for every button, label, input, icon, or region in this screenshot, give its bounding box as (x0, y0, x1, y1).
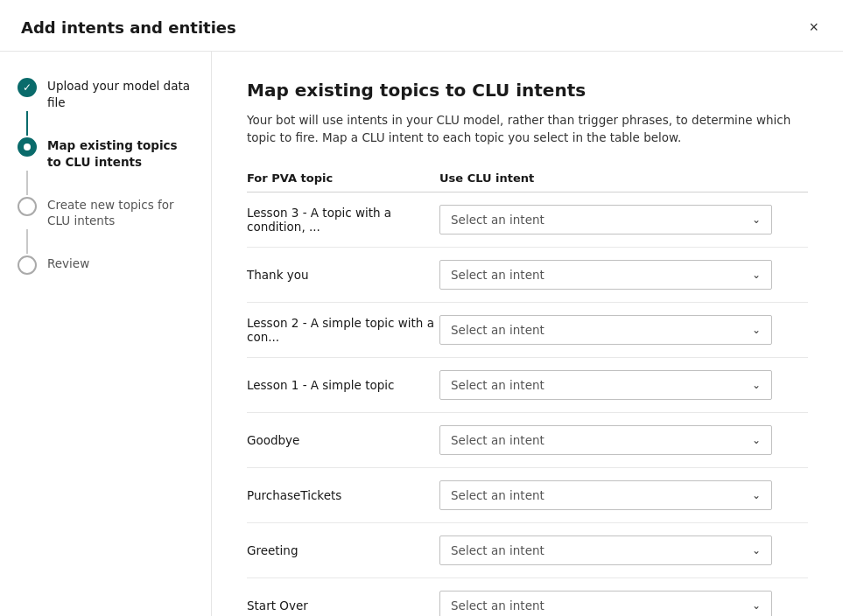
table-header: For PVA topic Use CLU intent (247, 172, 808, 192)
table-row: Lesson 3 - A topic with a condition, ...… (247, 192, 808, 248)
intent-select-placeholder: Select an intent (451, 543, 544, 557)
sidebar-item-label-create: Create new topics for CLU intents (47, 195, 190, 230)
sidebar-item-create: Create new topics for CLU intents (0, 195, 211, 230)
chevron-down-icon: ⌄ (752, 324, 761, 336)
main-content: Map existing topics to CLU intents Your … (212, 52, 843, 616)
sidebar-item-upload: ✓ Upload your model data file (0, 76, 211, 111)
table-row: Lesson 2 - A simple topic with a con...S… (247, 303, 808, 358)
intent-select[interactable]: Select an intent⌄ (439, 480, 772, 510)
sidebar-item-review: Review (0, 254, 211, 275)
table-row: PurchaseTicketsSelect an intent⌄ (247, 468, 808, 523)
col-header-topic: For PVA topic (247, 172, 439, 185)
chevron-down-icon: ⌄ (752, 599, 761, 612)
checkmark-icon: ✓ (23, 81, 32, 94)
sidebar-item-label-upload: Upload your model data file (47, 76, 190, 111)
topic-name: Start Over (247, 598, 439, 612)
step-icon-review (18, 256, 37, 275)
intent-select[interactable]: Select an intent⌄ (439, 370, 772, 400)
intent-select[interactable]: Select an intent⌄ (439, 315, 772, 345)
intent-select[interactable]: Select an intent⌄ (439, 536, 772, 565)
col-header-intent: Use CLU intent (439, 172, 808, 185)
chevron-down-icon: ⌄ (752, 214, 761, 226)
page-description: Your bot will use intents in your CLU mo… (247, 111, 808, 147)
table-row: Thank youSelect an intent⌄ (247, 248, 808, 303)
connector-1 (26, 111, 28, 136)
sidebar: ✓ Upload your model data file Map existi… (0, 52, 212, 616)
intent-select-placeholder: Select an intent (451, 488, 544, 502)
dialog-title: Add intents and entities (21, 18, 236, 37)
active-dot (24, 144, 31, 150)
table-body: Lesson 3 - A topic with a condition, ...… (247, 192, 808, 617)
intent-select-placeholder: Select an intent (451, 323, 544, 337)
topic-name: Goodbye (247, 433, 439, 447)
intent-select-placeholder: Select an intent (451, 598, 544, 612)
intent-select-placeholder: Select an intent (451, 433, 544, 447)
add-intents-dialog: Add intents and entities × ✓ Upload your… (0, 0, 843, 616)
topic-name: Thank you (247, 268, 439, 282)
sidebar-item-label-map: Map existing topics to CLU intents (47, 136, 190, 171)
intent-select[interactable]: Select an intent⌄ (439, 205, 772, 234)
dialog-header: Add intents and entities × (0, 0, 843, 52)
connector-2 (26, 171, 28, 195)
page-title: Map existing topics to CLU intents (247, 80, 808, 101)
step-icon-upload: ✓ (18, 78, 37, 97)
table-row: GreetingSelect an intent⌄ (247, 523, 808, 578)
connector-3 (26, 229, 28, 254)
step-icon-create (18, 197, 37, 216)
close-button[interactable]: × (805, 16, 822, 38)
intent-select-placeholder: Select an intent (451, 213, 544, 227)
topic-name: Greeting (247, 543, 439, 557)
dialog-body: ✓ Upload your model data file Map existi… (0, 52, 843, 616)
intent-select[interactable]: Select an intent⌄ (439, 260, 772, 290)
topic-name: Lesson 2 - A simple topic with a con... (247, 316, 439, 344)
step-icon-map (18, 137, 37, 157)
intent-select-placeholder: Select an intent (451, 378, 544, 392)
intent-select[interactable]: Select an intent⌄ (439, 591, 772, 617)
chevron-down-icon: ⌄ (752, 489, 761, 501)
topic-name: PurchaseTickets (247, 488, 439, 502)
chevron-down-icon: ⌄ (752, 269, 761, 281)
table-row: Start OverSelect an intent⌄ (247, 578, 808, 617)
table-row: GoodbyeSelect an intent⌄ (247, 413, 808, 468)
topic-name: Lesson 3 - A topic with a condition, ... (247, 206, 439, 234)
sidebar-item-map: Map existing topics to CLU intents (0, 136, 211, 171)
chevron-down-icon: ⌄ (752, 434, 761, 446)
topic-name: Lesson 1 - A simple topic (247, 378, 439, 392)
chevron-down-icon: ⌄ (752, 379, 761, 391)
intent-select[interactable]: Select an intent⌄ (439, 425, 772, 455)
sidebar-item-label-review: Review (47, 254, 89, 272)
intent-select-placeholder: Select an intent (451, 268, 544, 282)
chevron-down-icon: ⌄ (752, 544, 761, 556)
table-row: Lesson 1 - A simple topicSelect an inten… (247, 358, 808, 413)
